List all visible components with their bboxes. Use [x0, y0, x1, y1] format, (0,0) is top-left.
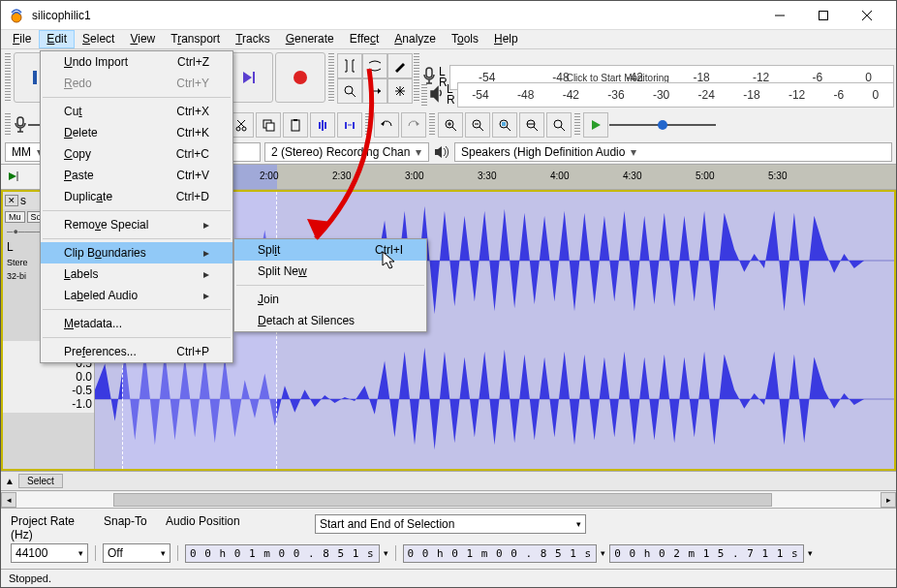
menu-transport[interactable]: Transport	[163, 30, 228, 48]
track-collapse-strip: ▲ Select	[1, 471, 896, 490]
collapse-track-button[interactable]: ▲	[1, 476, 18, 486]
svg-line-42	[452, 127, 456, 131]
menu-analyze[interactable]: Analyze	[387, 30, 444, 48]
svg-line-28	[237, 120, 244, 127]
svg-rect-38	[353, 122, 355, 129]
svg-rect-30	[266, 123, 274, 131]
timeshift-tool[interactable]	[362, 78, 387, 104]
selection-mode-select[interactable]: Start and End of Selection▾	[315, 514, 586, 534]
submenu-split-new[interactable]: Split New	[234, 261, 426, 282]
zoom-toggle-button[interactable]	[546, 112, 572, 138]
playback-device-select[interactable]: Speakers (High Definition Audio▾	[454, 142, 892, 162]
svg-point-13	[294, 71, 307, 84]
zoom-tool[interactable]	[337, 78, 362, 104]
svg-rect-35	[325, 122, 326, 129]
scroll-right-button[interactable]: ▸	[881, 492, 896, 508]
menu-tracks[interactable]: Tracks	[228, 30, 278, 48]
svg-rect-34	[322, 120, 324, 131]
menu-view[interactable]: View	[122, 30, 163, 48]
svg-rect-36	[345, 122, 347, 129]
titlebar: silicophilic1	[1, 1, 896, 30]
envelope-tool[interactable]	[362, 53, 387, 78]
zoom-out-button[interactable]	[465, 112, 490, 138]
snap-to-select[interactable]: Off▾	[103, 543, 170, 563]
menubar: File Edit Select View Transport Tracks G…	[1, 30, 896, 49]
menu-metadata[interactable]: Metadata...	[41, 313, 232, 334]
menu-preferences[interactable]: Preferences...Ctrl+P	[41, 341, 232, 362]
horizontal-scrollbar[interactable]: ◂ ▸	[1, 490, 896, 508]
svg-point-26	[242, 127, 246, 131]
track-select-button[interactable]: Select	[18, 474, 63, 488]
zoom-in-button[interactable]	[438, 112, 463, 138]
close-button[interactable]	[845, 1, 888, 29]
svg-marker-17	[369, 88, 372, 94]
silence-button[interactable]	[337, 112, 362, 138]
record-button[interactable]	[275, 52, 325, 103]
menu-undo[interactable]: UUndo Importndo ImportCtrl+Z	[41, 51, 232, 73]
selection-toolbar: Project Rate (Hz) Snap-To Audio Position…	[1, 508, 896, 569]
menu-remove-special[interactable]: Remove Special▸	[41, 214, 232, 235]
svg-marker-56	[592, 120, 601, 130]
track-close-button[interactable]: ✕	[5, 195, 18, 206]
svg-rect-49	[502, 122, 506, 126]
svg-rect-12	[253, 72, 255, 83]
trim-button[interactable]	[310, 112, 335, 138]
maximize-button[interactable]	[801, 1, 845, 29]
svg-line-27	[238, 120, 245, 127]
menu-copy[interactable]: CopyCtrl+C	[41, 143, 232, 165]
undo-button[interactable]	[374, 112, 399, 138]
svg-line-50	[507, 127, 510, 131]
snap-label: Snap-To	[104, 514, 162, 542]
svg-marker-39	[381, 121, 385, 126]
menu-select[interactable]: Select	[75, 30, 122, 48]
menu-delete[interactable]: DeleteCtrl+K	[41, 122, 232, 143]
submenu-split[interactable]: SplitCtrl+I	[234, 239, 426, 261]
submenu-join[interactable]: Join	[234, 289, 426, 310]
mic-slider-icon	[13, 115, 28, 135]
play-at-speed-button[interactable]	[583, 112, 608, 138]
svg-rect-32	[294, 119, 297, 121]
svg-marker-40	[416, 121, 419, 126]
selection-end-field[interactable]: 0 0 h 0 2 m 1 5 . 7 1 1 s	[609, 544, 804, 563]
svg-marker-11	[243, 72, 252, 83]
paste-button[interactable]	[283, 112, 308, 138]
fit-project-button[interactable]	[519, 112, 544, 138]
menu-edit[interactable]: Edit	[39, 30, 75, 48]
menu-labels[interactable]: Labels▸	[41, 263, 232, 285]
menu-help[interactable]: Help	[486, 30, 526, 48]
scroll-left-button[interactable]: ◂	[1, 492, 16, 508]
menu-generate[interactable]: Generate	[278, 30, 342, 48]
menu-tools[interactable]: Tools	[444, 30, 486, 48]
project-rate-select[interactable]: 44100▾	[11, 543, 88, 563]
redo-button[interactable]	[401, 112, 426, 138]
selection-tool[interactable]	[337, 53, 362, 78]
menu-cut[interactable]: CutCtrl+X	[41, 101, 232, 122]
svg-line-52	[534, 127, 538, 131]
submenu-detach[interactable]: Detach at Silences	[234, 310, 426, 331]
position-label: Audio Position	[166, 514, 311, 542]
audio-host-select[interactable]: MM▾	[5, 142, 44, 162]
record-channels-select[interactable]: 2 (Stereo) Recording Chan▾	[264, 142, 429, 162]
multi-tool[interactable]	[387, 78, 413, 104]
svg-line-15	[352, 93, 356, 97]
clip-boundaries-submenu: SplitCtrl+I Split New Join Detach at Sil…	[233, 238, 427, 332]
selection-start-field[interactable]: 0 0 h 0 1 m 0 0 . 8 5 1 s	[403, 544, 598, 563]
svg-line-55	[561, 127, 565, 131]
status-bar: Stopped.	[1, 569, 896, 587]
speaker-icon	[429, 82, 445, 108]
draw-tool[interactable]	[387, 53, 413, 78]
svg-marker-68	[383, 252, 394, 268]
menu-clip-boundaries[interactable]: Clip Boundaries▸	[41, 242, 232, 263]
playback-meter[interactable]: -54-48-42-36-30-24-18-12-60	[457, 82, 894, 108]
minimize-button[interactable]	[758, 1, 801, 29]
mute-button[interactable]: Mu	[5, 211, 25, 223]
fit-selection-button[interactable]	[492, 112, 517, 138]
playback-speed-slider[interactable]	[609, 115, 716, 135]
menu-paste[interactable]: PasteCtrl+V	[41, 165, 232, 186]
menu-duplicate[interactable]: DuplicateCtrl+D	[41, 186, 232, 207]
audio-position-field[interactable]: 0 0 h 0 1 m 0 0 . 8 5 1 s	[185, 544, 380, 563]
menu-effect[interactable]: Effect	[342, 30, 387, 48]
menu-labeled-audio[interactable]: Labeled Audio▸	[41, 285, 232, 306]
copy-button[interactable]	[256, 112, 281, 138]
menu-file[interactable]: File	[5, 30, 39, 48]
